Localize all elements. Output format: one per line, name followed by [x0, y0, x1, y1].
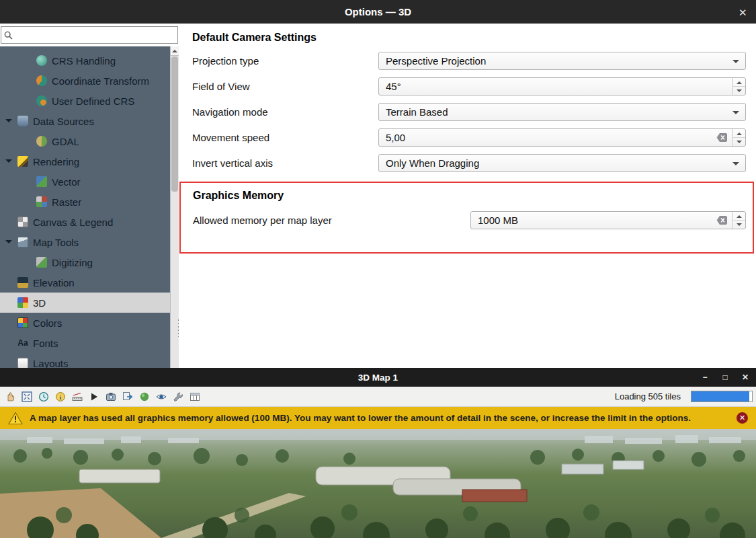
gdal-icon: [36, 136, 47, 147]
sidebar-item-gdal[interactable]: GDAL: [0, 131, 179, 151]
sidebar-item-raster[interactable]: Raster: [0, 192, 179, 212]
search-icon: [4, 31, 13, 40]
3d-icon: [17, 297, 28, 308]
warning-message: A map layer has used all graphics memory…: [30, 413, 730, 423]
map-3d-view[interactable]: [0, 429, 756, 538]
close-options-button[interactable]: ✕: [734, 5, 749, 20]
spin-up-icon[interactable]: [737, 79, 742, 84]
expander-caret-icon[interactable]: [5, 159, 12, 166]
field-of-view-label: Field of View: [192, 81, 378, 92]
identify-icon[interactable]: i: [54, 391, 67, 403]
fonts-icon: Aa: [17, 338, 28, 348]
projection-type-select[interactable]: Perspective Projection: [378, 52, 746, 70]
spin-down-icon[interactable]: [737, 223, 742, 229]
measure-line-icon[interactable]: [71, 391, 83, 403]
sidebar-item-canvas-legend[interactable]: Canvas & Legend: [0, 212, 179, 232]
effects-sphere-icon[interactable]: [138, 391, 151, 403]
warning-triangle-icon: [8, 412, 23, 425]
settings-sidebar: CRS Handling Coordinate Transform User D…: [0, 24, 179, 368]
crs-handling-icon: [36, 55, 47, 66]
spin-down-icon[interactable]: [737, 141, 742, 146]
export-scene-icon[interactable]: [122, 391, 134, 403]
options-title: Options — 3D: [345, 6, 411, 17]
maximize-icon[interactable]: □: [720, 372, 730, 383]
camera-settings-form: Projection type Perspective Projection F…: [192, 52, 746, 172]
spin-down-icon[interactable]: [737, 89, 742, 95]
sidebar-item-coordinate-transform[interactable]: Coordinate Transform: [0, 71, 179, 91]
save-image-icon[interactable]: [105, 391, 117, 403]
dismiss-warning-icon[interactable]: ✕: [737, 412, 748, 424]
map-toolbar: i Loading 505 tiles: [0, 387, 756, 407]
map-window-titlebar: 3D Map 1 − □ ✕: [0, 368, 756, 387]
spinner-arrows[interactable]: [732, 212, 745, 229]
close-map-icon[interactable]: ✕: [740, 372, 751, 383]
raster-icon: [36, 196, 47, 207]
invert-vertical-axis-label: Invert vertical axis: [192, 157, 378, 169]
graphics-memory-title: Graphics Memory: [193, 190, 746, 202]
options-dialog-body: CRS Handling Coordinate Transform User D…: [0, 24, 756, 368]
loading-status-text: Loading 505 tiles: [615, 391, 681, 401]
graphics-memory-annotation-box: Graphics Memory Allowed memory per map l…: [179, 182, 754, 254]
screen: Options — 3D ✕ CRS Handling Coordinate T…: [0, 0, 756, 538]
clear-field-icon[interactable]: [716, 132, 728, 143]
play-animation-icon[interactable]: [88, 391, 100, 403]
search-input[interactable]: [15, 29, 175, 41]
vector-icon: [36, 176, 47, 187]
tiles-progress-fill: [691, 391, 749, 401]
shortcuts-grid-icon[interactable]: [189, 391, 201, 403]
sidebar-item-map-tools[interactable]: Map Tools: [0, 232, 179, 252]
movement-speed-label: Movement speed: [192, 132, 378, 143]
navigation-mode-select[interactable]: Terrain Based: [378, 103, 746, 121]
elevation-icon: [17, 277, 28, 288]
data-sources-icon: [17, 116, 28, 126]
allowed-memory-label: Allowed memory per map layer: [193, 215, 470, 226]
animations-clock-icon[interactable]: [38, 391, 50, 403]
expander-caret-icon[interactable]: [5, 240, 12, 247]
projection-type-label: Projection type: [192, 55, 378, 67]
digitizing-icon: [36, 257, 47, 268]
minimize-icon[interactable]: −: [700, 372, 710, 383]
layouts-icon: [17, 358, 28, 368]
options-titlebar: Options — 3D ✕: [0, 0, 756, 24]
sidebar-item-layouts[interactable]: Layouts: [0, 353, 179, 368]
sidebar-item-digitizing[interactable]: Digitizing: [0, 252, 179, 272]
sidebar-item-user-defined-crs[interactable]: User Defined CRS: [0, 91, 179, 111]
spin-up-icon[interactable]: [737, 130, 742, 135]
map-tools-icon: [17, 237, 28, 247]
allowed-memory-spinner[interactable]: 1000 MB: [470, 211, 746, 229]
sidebar-item-fonts[interactable]: Aa Fonts: [0, 333, 179, 353]
graphics-memory-warning-bar: A map layer has used all graphics memory…: [0, 407, 756, 429]
graphics-memory-form: Allowed memory per map layer 1000 MB: [193, 211, 746, 229]
spin-up-icon[interactable]: [737, 213, 742, 218]
configure-wrench-icon[interactable]: [172, 391, 184, 403]
navigation-mode-label: Navigation mode: [192, 106, 378, 118]
movement-speed-spinner[interactable]: 5,00: [378, 128, 746, 147]
zoom-full-icon[interactable]: [21, 391, 33, 403]
show-eye-icon[interactable]: [155, 391, 167, 403]
sidebar-item-crs-handling[interactable]: CRS Handling: [0, 50, 179, 71]
pan-map-icon[interactable]: [4, 391, 16, 403]
sidebar-item-rendering[interactable]: Rendering: [0, 151, 179, 171]
spinner-arrows[interactable]: [732, 129, 745, 146]
settings-list: CRS Handling Coordinate Transform User D…: [0, 46, 179, 368]
aerial-scene: [0, 429, 756, 538]
rendering-icon: [17, 156, 28, 167]
sidebar-item-colors[interactable]: Colors: [0, 313, 179, 333]
tiles-progress-bar: [691, 391, 753, 402]
invert-vertical-axis-select[interactable]: Only When Dragging: [378, 154, 746, 172]
sidebar-item-data-sources[interactable]: Data Sources: [0, 111, 179, 131]
camera-settings-title: Default Camera Settings: [192, 32, 746, 44]
user-defined-crs-icon: [36, 95, 47, 106]
spinner-arrows[interactable]: [732, 78, 745, 95]
sidebar-item-vector[interactable]: Vector: [0, 171, 179, 192]
expander-caret-icon[interactable]: [5, 119, 12, 126]
canvas-legend-icon: [17, 217, 28, 227]
clear-field-icon[interactable]: [716, 215, 728, 225]
settings-search[interactable]: [1, 26, 178, 44]
coordinate-transform-icon: [36, 75, 47, 86]
field-of-view-spinner[interactable]: 45°: [378, 77, 746, 95]
map-window-title: 3D Map 1: [358, 373, 398, 383]
window-controls: − □ ✕: [700, 368, 751, 387]
sidebar-item-elevation[interactable]: Elevation: [0, 272, 179, 293]
sidebar-item-3d[interactable]: 3D: [0, 293, 179, 313]
